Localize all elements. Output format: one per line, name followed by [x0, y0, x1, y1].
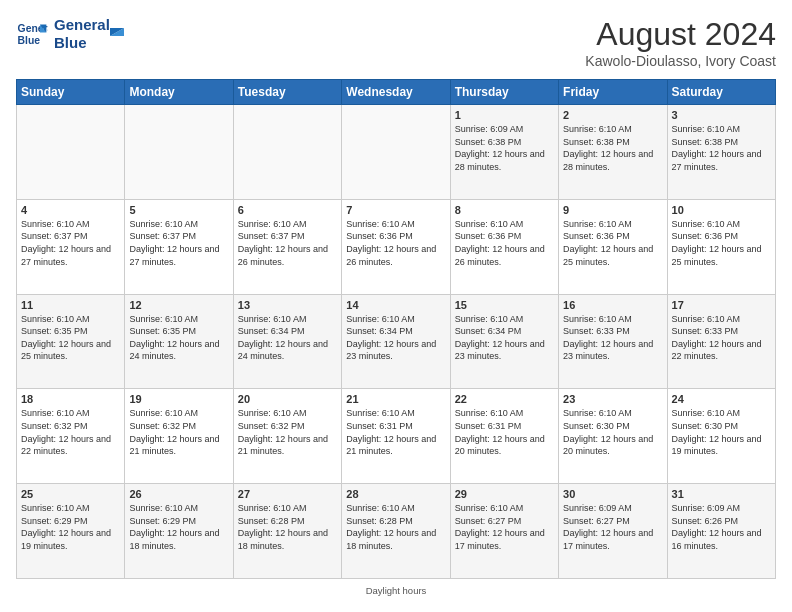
calendar-cell: 4Sunrise: 6:10 AM Sunset: 6:37 PM Daylig…	[17, 199, 125, 294]
calendar-day-header: Tuesday	[233, 80, 341, 105]
calendar-cell	[125, 105, 233, 200]
calendar-cell: 6Sunrise: 6:10 AM Sunset: 6:37 PM Daylig…	[233, 199, 341, 294]
day-number: 3	[672, 109, 771, 121]
day-info: Sunrise: 6:10 AM Sunset: 6:31 PM Dayligh…	[455, 407, 554, 457]
day-info: Sunrise: 6:10 AM Sunset: 6:29 PM Dayligh…	[21, 502, 120, 552]
logo-blue: Blue	[54, 34, 110, 52]
day-number: 31	[672, 488, 771, 500]
day-info: Sunrise: 6:10 AM Sunset: 6:34 PM Dayligh…	[346, 313, 445, 363]
day-number: 8	[455, 204, 554, 216]
day-number: 6	[238, 204, 337, 216]
logo-icon: General Blue	[16, 18, 48, 50]
day-number: 14	[346, 299, 445, 311]
day-number: 22	[455, 393, 554, 405]
calendar-day-header: Wednesday	[342, 80, 450, 105]
calendar-cell	[233, 105, 341, 200]
day-info: Sunrise: 6:10 AM Sunset: 6:37 PM Dayligh…	[21, 218, 120, 268]
calendar-cell: 15Sunrise: 6:10 AM Sunset: 6:34 PM Dayli…	[450, 294, 558, 389]
logo-general: General	[54, 16, 110, 34]
day-info: Sunrise: 6:10 AM Sunset: 6:37 PM Dayligh…	[238, 218, 337, 268]
calendar-cell: 2Sunrise: 6:10 AM Sunset: 6:38 PM Daylig…	[559, 105, 667, 200]
calendar-cell: 21Sunrise: 6:10 AM Sunset: 6:31 PM Dayli…	[342, 389, 450, 484]
calendar-cell	[342, 105, 450, 200]
calendar-day-header: Saturday	[667, 80, 775, 105]
day-info: Sunrise: 6:09 AM Sunset: 6:27 PM Dayligh…	[563, 502, 662, 552]
day-info: Sunrise: 6:10 AM Sunset: 6:29 PM Dayligh…	[129, 502, 228, 552]
day-number: 11	[21, 299, 120, 311]
day-number: 19	[129, 393, 228, 405]
calendar-cell: 31Sunrise: 6:09 AM Sunset: 6:26 PM Dayli…	[667, 484, 775, 579]
day-number: 21	[346, 393, 445, 405]
calendar-header-row: SundayMondayTuesdayWednesdayThursdayFrid…	[17, 80, 776, 105]
calendar-cell	[17, 105, 125, 200]
day-number: 26	[129, 488, 228, 500]
day-info: Sunrise: 6:09 AM Sunset: 6:38 PM Dayligh…	[455, 123, 554, 173]
day-info: Sunrise: 6:10 AM Sunset: 6:32 PM Dayligh…	[238, 407, 337, 457]
day-info: Sunrise: 6:10 AM Sunset: 6:34 PM Dayligh…	[238, 313, 337, 363]
day-number: 16	[563, 299, 662, 311]
calendar-cell: 11Sunrise: 6:10 AM Sunset: 6:35 PM Dayli…	[17, 294, 125, 389]
logo-arrow-icon	[106, 18, 128, 40]
day-number: 30	[563, 488, 662, 500]
day-number: 12	[129, 299, 228, 311]
day-number: 25	[21, 488, 120, 500]
calendar-cell: 17Sunrise: 6:10 AM Sunset: 6:33 PM Dayli…	[667, 294, 775, 389]
day-number: 23	[563, 393, 662, 405]
day-number: 7	[346, 204, 445, 216]
calendar-cell: 29Sunrise: 6:10 AM Sunset: 6:27 PM Dayli…	[450, 484, 558, 579]
day-info: Sunrise: 6:10 AM Sunset: 6:36 PM Dayligh…	[455, 218, 554, 268]
calendar-cell: 12Sunrise: 6:10 AM Sunset: 6:35 PM Dayli…	[125, 294, 233, 389]
day-number: 13	[238, 299, 337, 311]
day-info: Sunrise: 6:10 AM Sunset: 6:38 PM Dayligh…	[563, 123, 662, 173]
day-number: 4	[21, 204, 120, 216]
day-info: Sunrise: 6:10 AM Sunset: 6:34 PM Dayligh…	[455, 313, 554, 363]
day-info: Sunrise: 6:10 AM Sunset: 6:36 PM Dayligh…	[672, 218, 771, 268]
calendar-week-row: 1Sunrise: 6:09 AM Sunset: 6:38 PM Daylig…	[17, 105, 776, 200]
title-section: August 2024 Kawolo-Dioulasso, Ivory Coas…	[585, 16, 776, 69]
day-info: Sunrise: 6:10 AM Sunset: 6:33 PM Dayligh…	[672, 313, 771, 363]
page: General Blue General Blue August 2024 Ka…	[0, 0, 792, 612]
calendar-cell: 7Sunrise: 6:10 AM Sunset: 6:36 PM Daylig…	[342, 199, 450, 294]
day-info: Sunrise: 6:10 AM Sunset: 6:36 PM Dayligh…	[563, 218, 662, 268]
day-info: Sunrise: 6:10 AM Sunset: 6:31 PM Dayligh…	[346, 407, 445, 457]
calendar-cell: 1Sunrise: 6:09 AM Sunset: 6:38 PM Daylig…	[450, 105, 558, 200]
svg-text:Blue: Blue	[18, 35, 41, 46]
day-info: Sunrise: 6:10 AM Sunset: 6:30 PM Dayligh…	[672, 407, 771, 457]
calendar-cell: 16Sunrise: 6:10 AM Sunset: 6:33 PM Dayli…	[559, 294, 667, 389]
day-number: 2	[563, 109, 662, 121]
calendar-cell: 23Sunrise: 6:10 AM Sunset: 6:30 PM Dayli…	[559, 389, 667, 484]
day-info: Sunrise: 6:10 AM Sunset: 6:33 PM Dayligh…	[563, 313, 662, 363]
day-info: Sunrise: 6:10 AM Sunset: 6:36 PM Dayligh…	[346, 218, 445, 268]
day-info: Sunrise: 6:10 AM Sunset: 6:28 PM Dayligh…	[346, 502, 445, 552]
calendar-cell: 8Sunrise: 6:10 AM Sunset: 6:36 PM Daylig…	[450, 199, 558, 294]
day-info: Sunrise: 6:10 AM Sunset: 6:27 PM Dayligh…	[455, 502, 554, 552]
calendar-cell: 9Sunrise: 6:10 AM Sunset: 6:36 PM Daylig…	[559, 199, 667, 294]
calendar-day-header: Monday	[125, 80, 233, 105]
day-info: Sunrise: 6:10 AM Sunset: 6:32 PM Dayligh…	[129, 407, 228, 457]
calendar-cell: 13Sunrise: 6:10 AM Sunset: 6:34 PM Dayli…	[233, 294, 341, 389]
day-number: 27	[238, 488, 337, 500]
day-number: 18	[21, 393, 120, 405]
calendar-cell: 22Sunrise: 6:10 AM Sunset: 6:31 PM Dayli…	[450, 389, 558, 484]
day-info: Sunrise: 6:10 AM Sunset: 6:38 PM Dayligh…	[672, 123, 771, 173]
day-number: 10	[672, 204, 771, 216]
daylight-note: Daylight hours	[16, 585, 776, 596]
calendar-cell: 18Sunrise: 6:10 AM Sunset: 6:32 PM Dayli…	[17, 389, 125, 484]
calendar-day-header: Sunday	[17, 80, 125, 105]
calendar-cell: 14Sunrise: 6:10 AM Sunset: 6:34 PM Dayli…	[342, 294, 450, 389]
day-info: Sunrise: 6:10 AM Sunset: 6:30 PM Dayligh…	[563, 407, 662, 457]
day-info: Sunrise: 6:10 AM Sunset: 6:37 PM Dayligh…	[129, 218, 228, 268]
day-info: Sunrise: 6:10 AM Sunset: 6:32 PM Dayligh…	[21, 407, 120, 457]
calendar-day-header: Thursday	[450, 80, 558, 105]
calendar-week-row: 4Sunrise: 6:10 AM Sunset: 6:37 PM Daylig…	[17, 199, 776, 294]
calendar-cell: 26Sunrise: 6:10 AM Sunset: 6:29 PM Dayli…	[125, 484, 233, 579]
day-number: 1	[455, 109, 554, 121]
calendar-day-header: Friday	[559, 80, 667, 105]
day-number: 17	[672, 299, 771, 311]
calendar-cell: 5Sunrise: 6:10 AM Sunset: 6:37 PM Daylig…	[125, 199, 233, 294]
day-info: Sunrise: 6:09 AM Sunset: 6:26 PM Dayligh…	[672, 502, 771, 552]
header: General Blue General Blue August 2024 Ka…	[16, 16, 776, 69]
calendar-cell: 10Sunrise: 6:10 AM Sunset: 6:36 PM Dayli…	[667, 199, 775, 294]
day-number: 24	[672, 393, 771, 405]
calendar-cell: 25Sunrise: 6:10 AM Sunset: 6:29 PM Dayli…	[17, 484, 125, 579]
